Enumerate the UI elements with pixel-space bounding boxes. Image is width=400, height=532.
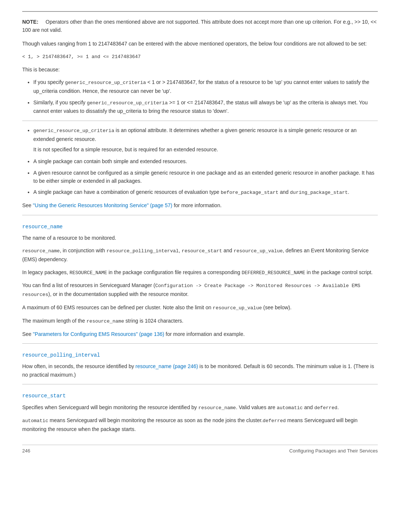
list-item: Similarly, if you specify generic_resour… — [33, 98, 378, 115]
resource-start-heading: resource_start — [22, 392, 378, 400]
resource-start-desc2: automatic means Serviceguard will begin … — [22, 416, 378, 433]
section-rule-2 — [22, 215, 378, 215]
para1: Though values ranging from 1 to 21474836… — [22, 40, 378, 48]
resource-name-link[interactable]: resource_name (page 246) — [136, 363, 198, 369]
using-generic-resources-link[interactable]: "Using the Generic Resources Monitoring … — [33, 202, 172, 208]
resource-name-desc6: The maximum length of the resource_name … — [22, 317, 378, 326]
note-label: NOTE: — [22, 19, 39, 25]
list-item: If you specify generic_resource_up_crite… — [33, 78, 378, 95]
resource-polling-interval-heading: resource_polling_interval — [22, 351, 378, 359]
note-text: Operators other than the ones mentioned … — [22, 19, 377, 33]
resource-name-desc1: The name of a resource to be monitored. — [22, 234, 378, 242]
resource-name-desc2: resource_name, in conjunction with resou… — [22, 246, 378, 263]
section-rule-4 — [22, 384, 378, 384]
resource-name-desc4: You can find a list of resources in Serv… — [22, 281, 378, 299]
ems-resources-link[interactable]: "Parameters for Configuring EMS Resource… — [33, 331, 164, 337]
footer: 246 Configuring Packages and Their Servi… — [22, 445, 378, 454]
section-rule-1 — [22, 121, 378, 121]
list-item: A single package can contain both simple… — [33, 157, 378, 165]
resource-polling-interval-desc1: How often, in seconds, the resource iden… — [22, 362, 378, 379]
footer-page-number: 246 — [22, 448, 30, 454]
note-block: NOTE: Operators other than the ones ment… — [22, 18, 378, 34]
page-container: NOTE: Operators other than the ones ment… — [0, 0, 400, 468]
resource-name-heading: resource_name — [22, 223, 378, 231]
list-item: A given resource cannot be configured as… — [33, 169, 378, 185]
list-item: generic_resource_up_criteria is an optio… — [33, 126, 378, 154]
resource-start-desc1: Specifies when Serviceguard will begin m… — [22, 403, 378, 412]
bullets-group-2: generic_resource_up_criteria is an optio… — [33, 126, 378, 197]
resource-name-desc5: A maximum of 60 EMS resources can be def… — [22, 303, 378, 312]
section-rule-3 — [22, 343, 378, 344]
bullets-group-1: If you specify generic_resource_up_crite… — [33, 78, 378, 115]
list-item: A single package can have a combination … — [33, 188, 378, 197]
this-is-because: This is because: — [22, 65, 378, 74]
resource-name-desc3: In legacy packages, RESOURCE_NAME in the… — [22, 268, 378, 277]
resource-name-see-link: See "Parameters for Configuring EMS Reso… — [22, 330, 378, 338]
footer-page-title: Configuring Packages and Their Services — [289, 448, 378, 454]
see-link-para-1: See "Using the Generic Resources Monitor… — [22, 201, 378, 209]
top-rule — [22, 11, 378, 12]
condition-line: < 1, > 2147483647, >= 1 and <= 214748364… — [22, 52, 378, 61]
